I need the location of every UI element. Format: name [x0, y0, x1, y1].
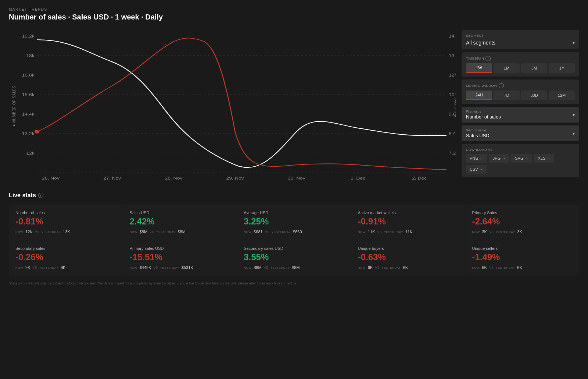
second-value-value: Sales USD — [466, 133, 490, 138]
first-value-control: First value Number of sales ▾ — [462, 107, 579, 123]
svg-text:16.8k: 16.8k — [22, 73, 35, 77]
timespan-3m-button[interactable]: 3M — [521, 63, 547, 73]
stat-nowvs-0: NOW 12K VS YESTERDAY 13K — [15, 230, 116, 234]
live-stats-section: Live stats i Number of sales -0.81% NOW … — [9, 192, 579, 276]
moving-window-info-icon[interactable]: i — [499, 83, 504, 88]
svg-text:30. Nov: 30. Nov — [288, 176, 306, 180]
footer-note: *Data on our website may be subject to b… — [9, 281, 579, 285]
timespan-1y-button[interactable]: 1Y — [549, 63, 575, 73]
moving-window-control: MOVING WINDOW i 24H 7D 30D 12M — [462, 79, 579, 104]
stats-grid-row2: Secondary sales -0.26% NOW 9K VS YESTERD… — [9, 240, 579, 276]
timespan-control: TIMESPAN i 1W 1M 3M 1Y — [462, 52, 579, 77]
xls-arrow-icon: → — [546, 156, 550, 160]
chart-title: Number of sales · Sales USD · 1 week · D… — [9, 13, 579, 21]
stat-percent-7: 3.55% — [244, 252, 344, 262]
first-value-value: Number of sales — [466, 114, 501, 120]
stat-nowvs-2: NOW $681 VS YESTERDAY $660 — [244, 230, 344, 234]
moving-window-buttons: 24H 7D 30D 12M — [466, 91, 575, 100]
stat-name-7: Secondary sales USD — [244, 246, 344, 251]
stat-name-2: Average USD — [244, 210, 344, 215]
stat-nowvs-3: NOW 11K VS YESTERDAY 11K — [358, 230, 459, 234]
mw-7d-button[interactable]: 7D — [494, 91, 520, 100]
stat-name-6: Primary sales USD — [130, 246, 230, 251]
mw-30d-button[interactable]: 30D — [521, 91, 547, 100]
stat-percent-3: -0.91% — [358, 216, 459, 227]
download-control: DOWNLOAD AS PNG → JPG → SVG → XLS → CSV … — [462, 144, 579, 177]
svg-text:13.2M: 13.2M — [449, 53, 456, 58]
stat-percent-4: -2.64% — [472, 216, 573, 227]
stat-card-unique-sellers: Unique sellers -1.49% NOW 5K VS YESTERDA… — [465, 240, 579, 276]
download-label: DOWNLOAD AS — [466, 148, 575, 152]
segment-select[interactable]: All segments ▾ — [466, 40, 575, 46]
mw-12m-button[interactable]: 12M — [549, 91, 575, 100]
stat-card-average-usd: Average USD 3.25% NOW $681 VS YESTERDAY … — [237, 205, 351, 240]
stat-card-secondary-sales-usd: Secondary sales USD 3.55% NOW $8M VS YES… — [237, 240, 351, 276]
download-png-button[interactable]: PNG → — [466, 154, 487, 163]
svg-text:2. Dec: 2. Dec — [412, 176, 427, 180]
svg-text:26. Nov: 26. Nov — [42, 176, 60, 180]
download-jpg-button[interactable]: JPG → — [489, 154, 509, 163]
second-value-select[interactable]: Second value Sales USD ▾ — [462, 125, 579, 141]
download-csv-button[interactable]: CSV → — [466, 165, 487, 174]
stat-card-sales-usd: Sales USD 2.42% NOW $8M VS YESTERDAY $8M — [123, 205, 237, 240]
stat-name-5: Secondary sales — [15, 246, 116, 251]
stat-name-1: Sales USD — [130, 210, 230, 215]
svg-point-29 — [35, 130, 39, 134]
stat-name-8: Unique buyers — [358, 246, 459, 251]
jpg-arrow-icon: → — [502, 156, 505, 160]
stat-nowvs-8: NOW 6K VS YESTERDAY 6K — [358, 265, 459, 270]
second-value-control: Second value Sales USD ▾ — [462, 125, 579, 141]
svg-text:7.2M: 7.2M — [449, 151, 456, 155]
svg-text:14.4k: 14.4k — [22, 112, 35, 116]
svg-text:15.6k: 15.6k — [22, 92, 35, 97]
first-value-select[interactable]: First value Number of sales ▾ — [462, 107, 579, 123]
stat-percent-5: -0.26% — [15, 252, 116, 262]
stat-percent-0: -0.81% — [15, 216, 116, 227]
stat-name-9: Unique sellers — [472, 246, 573, 251]
stat-name-3: Active market wallets — [358, 210, 459, 215]
svg-text:14.4M: 14.4M — [449, 34, 456, 38]
stat-percent-8: -0.63% — [358, 252, 459, 262]
stat-nowvs-6: NOW $449K VS YESTERDAY $531K — [130, 265, 230, 270]
chevron-down-icon: ▾ — [573, 40, 575, 45]
timespan-1w-button[interactable]: 1W — [466, 63, 492, 73]
stat-card-number-of-sales: Number of sales -0.81% NOW 12K VS YESTER… — [9, 205, 123, 240]
second-value-chevron-icon: ▾ — [573, 131, 575, 136]
download-svg-button[interactable]: SVG → — [511, 154, 532, 163]
stat-percent-9: -1.49% — [472, 252, 573, 262]
stats-grid-row1: Number of sales -0.81% NOW 12K VS YESTER… — [9, 205, 579, 240]
png-arrow-icon: → — [480, 156, 483, 160]
svg-text:28. Nov: 28. Nov — [165, 176, 183, 180]
stat-card-primary-sales-usd: Primary sales USD -15.51% NOW $449K VS Y… — [123, 240, 237, 276]
svg-arrow-icon: → — [524, 156, 528, 160]
timespan-info-icon[interactable]: i — [485, 56, 491, 61]
segment-value: All segments — [466, 40, 495, 46]
stat-card-secondary-sales: Secondary sales -0.26% NOW 9K VS YESTERD… — [9, 240, 123, 276]
chart-area: 19.2k 18k 16.8k 15.6k 14.4k 13.2k 12k 14… — [9, 29, 456, 183]
timespan-1m-button[interactable]: 1M — [494, 63, 520, 73]
svg-text:18k: 18k — [26, 53, 35, 58]
svg-text:○ SALES USD: ○ SALES USD — [454, 93, 456, 118]
sidebar: Segment All segments ▾ TIMESPAN i 1W 1M … — [462, 29, 579, 183]
svg-text:● NUMBER OF SALES: ● NUMBER OF SALES — [12, 86, 16, 126]
stat-nowvs-7: NOW $8M VS YESTERDAY $8M — [244, 265, 344, 270]
segment-label: Segment — [466, 34, 575, 38]
live-stats-info-icon[interactable]: i — [38, 193, 43, 198]
svg-text:19.2k: 19.2k — [22, 34, 35, 38]
svg-text:12k: 12k — [26, 151, 35, 155]
download-xls-button[interactable]: XLS → — [534, 154, 554, 163]
svg-text:12M: 12M — [449, 73, 456, 77]
stat-percent-2: 3.25% — [244, 216, 344, 227]
mw-24h-button[interactable]: 24H — [466, 91, 492, 100]
chart-svg: 19.2k 18k 16.8k 15.6k 14.4k 13.2k 12k 14… — [9, 29, 456, 183]
svg-text:29. Nov: 29. Nov — [226, 176, 244, 180]
svg-text:13.2k: 13.2k — [22, 131, 35, 136]
moving-window-label: MOVING WINDOW i — [466, 83, 575, 88]
second-value-label: Second value — [466, 128, 490, 132]
stat-nowvs-5: NOW 9K VS YESTERDAY 9K — [15, 265, 116, 270]
stat-name-4: Primary Sales — [472, 210, 573, 215]
timespan-label: TIMESPAN i — [466, 56, 575, 61]
stat-card-primary-sales: Primary Sales -2.64% NOW 3K VS YESTERDAY… — [465, 205, 579, 240]
timespan-buttons: 1W 1M 3M 1Y — [466, 63, 575, 73]
stat-percent-6: -15.51% — [130, 252, 230, 262]
